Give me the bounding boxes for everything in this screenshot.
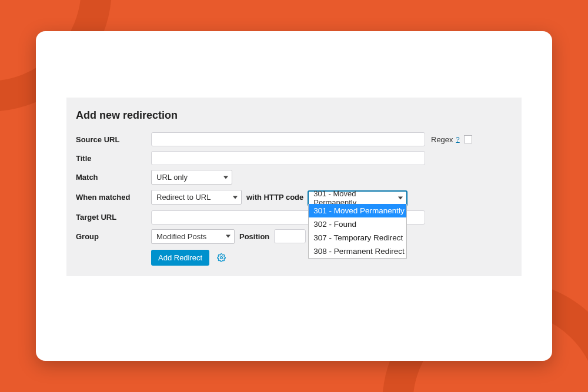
http-code-option[interactable]: 307 - Temporary Redirect [309, 231, 406, 244]
label-match: Match [76, 173, 151, 182]
svg-point-0 [220, 256, 222, 259]
match-select-value: URL only [156, 173, 188, 182]
chevron-down-icon [233, 196, 238, 199]
label-source-url: Source URL [76, 135, 151, 144]
row-group: Group Modified Posts Position [76, 229, 512, 244]
label-target-url: Target URL [76, 213, 151, 222]
title-input[interactable] [151, 151, 425, 165]
label-group: Group [76, 232, 151, 241]
label-when-matched: When matched [76, 193, 151, 202]
gear-icon[interactable] [215, 252, 227, 263]
row-source-url: Source URL Regex ? [76, 132, 512, 146]
panel-title: Add new redirection [76, 109, 512, 122]
label-title: Title [76, 154, 151, 163]
regex-help-link[interactable]: ? [456, 136, 460, 143]
position-input[interactable] [274, 229, 306, 243]
regex-group: Regex ? [431, 135, 472, 144]
add-redirection-panel: Add new redirection Source URL Regex ? T… [66, 98, 522, 276]
regex-checkbox[interactable] [464, 135, 472, 143]
match-select[interactable]: URL only [151, 170, 232, 185]
row-target-url: Target URL [76, 210, 512, 225]
row-match: Match URL only [76, 170, 512, 185]
row-title: Title [76, 151, 512, 165]
when-matched-action-value: Redirect to URL [156, 193, 211, 202]
chevron-down-icon [398, 197, 403, 200]
add-redirect-button[interactable]: Add Redirect [151, 250, 209, 266]
group-select-value: Modified Posts [156, 232, 206, 241]
http-code-option[interactable]: 301 - Moved Permanently [309, 204, 406, 217]
chevron-down-icon [226, 235, 230, 238]
source-url-input[interactable] [151, 132, 425, 146]
regex-label: Regex [431, 135, 453, 144]
chevron-down-icon [223, 176, 228, 179]
http-code-options-list: 301 - Moved Permanently 302 - Found 307 … [308, 204, 407, 259]
group-select[interactable]: Modified Posts [151, 229, 235, 244]
row-when-matched: When matched Redirect to URL with HTTP c… [76, 189, 512, 206]
http-code-option[interactable]: 308 - Permanent Redirect [309, 244, 406, 258]
card: Add new redirection Source URL Regex ? T… [36, 31, 552, 361]
http-code-option[interactable]: 302 - Found [309, 217, 406, 231]
position-label: Position [239, 232, 269, 241]
when-matched-action-select[interactable]: Redirect to URL [151, 190, 242, 205]
http-code-select[interactable]: 301 - Moved Permanently [308, 191, 407, 206]
with-http-code-label: with HTTP code [246, 193, 303, 202]
